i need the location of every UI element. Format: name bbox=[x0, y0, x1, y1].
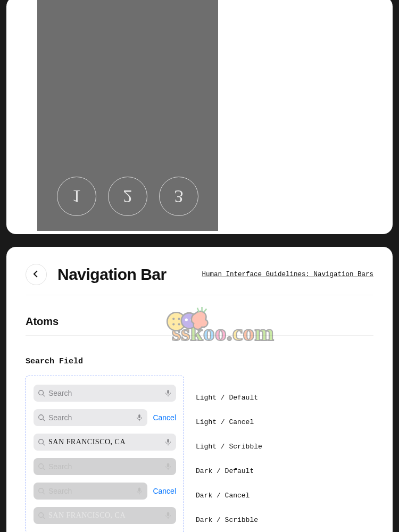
navigation-bar-card: Navigation Bar Human Interface Guideline… bbox=[6, 247, 393, 532]
mic-icon[interactable] bbox=[164, 438, 172, 446]
search-field-dark-scribble[interactable]: SAN FRANCISCO, CA bbox=[34, 507, 176, 524]
svg-line-21 bbox=[43, 517, 45, 519]
svg-line-1 bbox=[43, 395, 45, 397]
back-button[interactable] bbox=[26, 264, 47, 285]
cancel-button[interactable]: Cancel bbox=[153, 487, 176, 495]
svg-line-5 bbox=[43, 419, 45, 421]
svg-rect-22 bbox=[167, 512, 169, 516]
hig-link[interactable]: Human Interface Guidelines: Navigation B… bbox=[202, 271, 373, 278]
atoms-heading: Atoms bbox=[26, 315, 373, 336]
page-indicator: 3 bbox=[159, 177, 198, 216]
search-icon bbox=[38, 389, 45, 397]
svg-rect-10 bbox=[167, 439, 169, 443]
search-placeholder: Search bbox=[48, 487, 132, 495]
mic-icon[interactable] bbox=[136, 487, 143, 495]
preview-card: 1 2 3 bbox=[6, 0, 393, 234]
svg-point-12 bbox=[39, 464, 44, 469]
mic-icon[interactable] bbox=[136, 414, 143, 421]
section-header: Navigation Bar Human Interface Guideline… bbox=[26, 264, 373, 295]
cancel-button[interactable]: Cancel bbox=[153, 413, 176, 422]
search-field-labels: Light / Default Light / Cancel Light / S… bbox=[196, 376, 262, 532]
svg-rect-6 bbox=[139, 414, 141, 418]
svg-point-16 bbox=[39, 488, 44, 493]
page-indicator-row: 1 2 3 bbox=[37, 177, 218, 216]
svg-point-0 bbox=[39, 390, 44, 395]
search-field-heading: Search Field bbox=[26, 357, 373, 366]
svg-rect-18 bbox=[139, 488, 141, 492]
variant-label: Light / Cancel bbox=[196, 413, 262, 430]
variant-label: Light / Default bbox=[196, 389, 262, 406]
search-icon bbox=[38, 414, 45, 421]
search-field-light-default[interactable]: Search bbox=[34, 385, 176, 402]
search-field-light-scribble[interactable]: SAN FRANCISCO, CA bbox=[34, 434, 176, 451]
search-field-dark-default[interactable]: Search bbox=[34, 458, 176, 475]
svg-point-8 bbox=[39, 439, 44, 444]
search-icon bbox=[38, 512, 45, 519]
device-preview-placeholder: 1 2 3 bbox=[37, 0, 218, 231]
variant-label: Dark / Cancel bbox=[196, 487, 262, 504]
search-icon bbox=[38, 463, 45, 470]
search-field-light-cancel[interactable]: Search Cancel bbox=[34, 409, 176, 426]
svg-point-20 bbox=[39, 513, 44, 518]
search-icon bbox=[38, 487, 45, 495]
chevron-left-icon bbox=[33, 269, 39, 280]
mic-icon[interactable] bbox=[164, 512, 172, 519]
svg-line-17 bbox=[43, 493, 45, 495]
variant-label: Dark / Default bbox=[196, 462, 262, 479]
svg-line-13 bbox=[43, 468, 45, 470]
search-placeholder: Search bbox=[48, 462, 161, 471]
search-scribble-value: SAN FRANCISCO, CA bbox=[48, 438, 161, 446]
variant-label: Light / Scribble bbox=[196, 438, 262, 455]
mic-icon[interactable] bbox=[164, 463, 172, 470]
search-placeholder: Search bbox=[48, 413, 132, 422]
search-field-dark-cancel[interactable]: Search Cancel bbox=[34, 483, 176, 500]
variant-label: Dark / Scribble bbox=[196, 511, 262, 528]
svg-point-4 bbox=[39, 415, 44, 420]
page-indicator: 2 bbox=[108, 177, 147, 216]
svg-line-9 bbox=[43, 444, 45, 446]
search-field-examples-container: Search Search Cancel SAN FRANCISCO, CA bbox=[26, 376, 184, 532]
search-placeholder: Search bbox=[48, 389, 161, 397]
svg-rect-2 bbox=[167, 390, 169, 394]
page-title: Navigation Bar bbox=[57, 265, 167, 284]
search-scribble-value: SAN FRANCISCO, CA bbox=[48, 511, 161, 520]
search-icon bbox=[38, 438, 45, 446]
mic-icon[interactable] bbox=[164, 389, 172, 397]
page-indicator: 1 bbox=[57, 177, 96, 216]
svg-rect-14 bbox=[167, 463, 169, 467]
